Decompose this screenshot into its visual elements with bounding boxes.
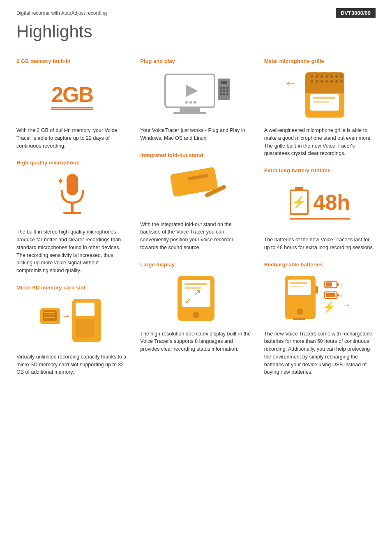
svg-rect-24 — [226, 87, 228, 89]
svg-point-44 — [311, 75, 313, 78]
feature-microphone-title: High-quality microphone — [16, 160, 128, 166]
svg-rect-15 — [173, 112, 206, 114]
display-icon: ↙ ↗ — [167, 274, 225, 323]
battery-symbol: ⚡ — [290, 190, 309, 215]
svg-rect-21 — [221, 81, 227, 84]
feature-plugplay-img — [140, 68, 251, 122]
battery-icon: ⚡ 48h — [290, 190, 350, 220]
svg-text:→: → — [62, 311, 71, 321]
feature-plugplay-text: Your VoiceTracer just works - Plug and P… — [140, 127, 251, 142]
svg-rect-75 — [326, 293, 335, 297]
feature-display-text: The high-resolution dot matrix display b… — [140, 330, 251, 353]
foldout-icon — [159, 166, 233, 212]
feature-display-img: ↙ ↗ — [140, 272, 251, 325]
feature-memory-text: With the 2 GB of built-in memory, your V… — [16, 127, 128, 150]
plugplay-icon — [157, 70, 235, 120]
svg-point-57 — [340, 80, 343, 83]
svg-text:↑: ↑ — [339, 293, 343, 300]
svg-rect-8 — [43, 310, 57, 321]
svg-rect-23 — [223, 87, 225, 89]
feature-sdcard-img: → — [16, 295, 128, 348]
svg-point-56 — [335, 80, 338, 83]
svg-rect-14 — [180, 107, 200, 112]
svg-rect-22 — [220, 87, 222, 89]
feature-grille-img: ← — [264, 68, 376, 122]
svg-point-19 — [194, 101, 196, 104]
feature-recharge-text: The new Voice Tracers come with recharge… — [264, 330, 376, 377]
svg-point-47 — [325, 75, 328, 78]
svg-rect-70 — [337, 283, 339, 286]
svg-point-67 — [297, 308, 303, 315]
feature-sdcard-text: Virtually unlimited recording capacity t… — [16, 353, 128, 376]
svg-text:←: ← — [284, 76, 297, 90]
feature-microphone-text: The built-in stereo high-quality microph… — [16, 228, 128, 275]
svg-rect-43 — [305, 83, 344, 93]
feature-grille-title: Metal microphone grille — [264, 58, 376, 64]
svg-point-40 — [193, 312, 199, 318]
svg-rect-2 — [71, 203, 74, 212]
sdcard-icon: → — [35, 297, 109, 346]
product-id: DVT3000/00 — [336, 8, 376, 18]
svg-text:⚡: ⚡ — [322, 301, 336, 314]
svg-rect-64 — [290, 282, 307, 284]
feature-foldout-text: With the integrated fold-out stand on th… — [140, 221, 251, 252]
feature-recharge: Rechargeable batteries — [264, 255, 376, 377]
svg-text:✦: ✦ — [57, 176, 64, 186]
microphone-icon: ✦ — [56, 172, 89, 221]
svg-rect-59 — [313, 97, 335, 99]
feature-plugplay: Plug and play — [140, 51, 251, 142]
feature-display-title: Large display — [140, 261, 251, 268]
svg-point-53 — [321, 80, 323, 83]
svg-rect-65 — [290, 286, 302, 287]
feature-foldout: Integrated fold-out stand With the integ… — [140, 146, 251, 252]
svg-text:↑: ↑ — [339, 282, 343, 289]
feature-col-2: Plug and play — [140, 51, 251, 379]
top-bar: Digital recorder with AutoAdjust recordi… — [16, 8, 376, 18]
svg-rect-36 — [184, 283, 207, 285]
battery-hours: 48h — [314, 190, 350, 215]
svg-rect-1 — [67, 174, 78, 195]
svg-rect-68 — [293, 318, 305, 320]
recharge-icon: ↑ ↑ ⚡ → — [283, 274, 357, 323]
svg-rect-60 — [313, 101, 329, 103]
page-title: Highlights — [16, 22, 376, 42]
feature-recharge-img: ↑ ↑ ⚡ → — [264, 272, 376, 325]
svg-point-46 — [321, 75, 323, 78]
feature-grille-text: A well-engineered microphone grille is a… — [264, 127, 376, 157]
2gb-icon: 2GB — [51, 83, 93, 110]
svg-rect-5 — [76, 303, 95, 316]
feature-foldout-img — [140, 162, 251, 216]
feature-battery-title: Extra long battery runtime — [264, 167, 376, 173]
feature-battery-text: The batteries of the new Voice Tracer's … — [264, 236, 376, 252]
svg-rect-27 — [226, 90, 228, 92]
feature-microphone: High-quality microphone ✦ The built-in s… — [16, 153, 128, 275]
svg-marker-16 — [186, 85, 198, 97]
svg-point-52 — [316, 80, 318, 83]
feature-col-1: 2 GB memory built-in 2GB With the 2 GB o… — [16, 51, 128, 379]
svg-point-18 — [189, 101, 192, 104]
svg-point-49 — [335, 75, 338, 78]
feature-battery-img: ⚡ 48h — [264, 178, 376, 231]
svg-rect-6 — [76, 319, 95, 338]
feature-foldout-title: Integrated fold-out stand — [140, 152, 251, 158]
svg-text:↙: ↙ — [184, 296, 191, 305]
svg-rect-3 — [63, 212, 81, 214]
svg-point-54 — [325, 80, 328, 83]
svg-rect-29 — [223, 93, 225, 95]
feature-plugplay-title: Plug and play — [140, 58, 251, 64]
svg-rect-26 — [223, 90, 225, 92]
grille-icon: ← — [281, 70, 359, 120]
feature-recharge-title: Rechargeable batteries — [264, 261, 376, 268]
feature-sdcard: Micro SD memory card slot — [16, 278, 128, 376]
svg-point-55 — [330, 80, 333, 83]
feature-grille: Metal microphone grille — [264, 51, 376, 157]
feature-battery: Extra long battery runtime ⚡ 48h The bat… — [264, 161, 376, 252]
svg-point-48 — [330, 75, 333, 78]
svg-rect-74 — [337, 294, 339, 296]
svg-rect-66 — [316, 286, 318, 294]
memory-icon: 2GB — [51, 82, 93, 108]
feature-sdcard-title: Micro SD memory card slot — [16, 284, 128, 291]
svg-point-50 — [340, 75, 343, 78]
highlights-grid: 2 GB memory built-in 2GB With the 2 GB o… — [16, 51, 376, 379]
svg-rect-30 — [226, 93, 228, 95]
